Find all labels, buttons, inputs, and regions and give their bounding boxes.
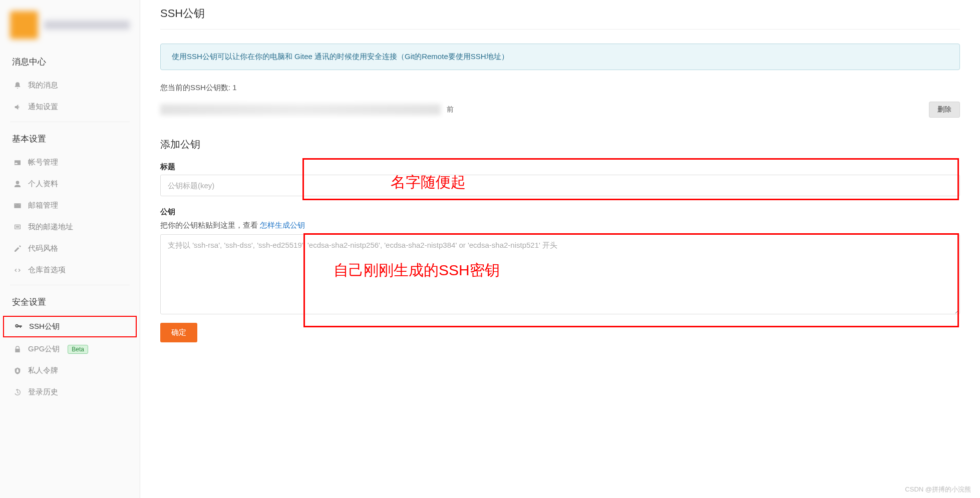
key-count-value: 1 <box>232 83 236 92</box>
page-title: SSH公钥 <box>160 4 960 30</box>
sidebar-item-my-messages[interactable]: 我的消息 <box>0 75 140 96</box>
bell-icon <box>13 82 22 90</box>
sidebar: 消息中心 我的消息 通知设置 基本设置 帐号管理 个人资料 邮箱管理 <box>0 0 140 498</box>
main-content: SSH公钥 使用SSH公钥可以让你在你的电脑和 Gitee 通讯的时候使用安全连… <box>140 0 980 498</box>
sidebar-item-code-style[interactable]: 代码风格 <box>0 238 140 259</box>
pubkey-field-label: 公钥 <box>160 207 960 217</box>
sidebar-item-label: 私人令牌 <box>28 366 58 375</box>
sidebar-item-label: 代码风格 <box>28 244 58 253</box>
sidebar-item-label: 个人资料 <box>28 179 58 189</box>
sidebar-item-profile[interactable]: 个人资料 <box>0 173 140 195</box>
pubkey-hint-link[interactable]: 怎样生成公钥 <box>260 221 305 229</box>
history-icon <box>13 388 22 396</box>
pubkey-hint-prefix: 把你的公钥粘贴到这里，查看 <box>160 221 260 229</box>
avatar <box>10 11 38 39</box>
sidebar-item-label: 帐号管理 <box>28 158 58 167</box>
sidebar-item-email-mgmt[interactable]: 邮箱管理 <box>0 195 140 216</box>
pencil-icon <box>13 245 22 253</box>
pubkey-textarea[interactable] <box>160 234 960 314</box>
watermark: CSDN @拼搏的小浣熊 <box>905 485 971 494</box>
code-icon <box>13 266 22 274</box>
sidebar-item-label: 我的消息 <box>28 81 58 90</box>
user-icon <box>13 180 22 188</box>
sidebar-heading-security-settings: 安全设置 <box>0 289 140 315</box>
sidebar-item-label: GPG公钥 <box>28 344 60 354</box>
sidebar-item-label: SSH公钥 <box>29 322 60 331</box>
sidebar-item-label: 我的邮递地址 <box>28 222 73 232</box>
sidebar-item-gpg-keys[interactable]: GPG公钥 Beta <box>0 338 140 360</box>
existing-key-row: 前 删除 <box>160 102 960 118</box>
key-time-suffix: 前 <box>447 105 454 114</box>
sidebar-item-ssh-keys[interactable]: SSH公钥 <box>4 317 136 336</box>
key-title-input[interactable] <box>160 175 960 196</box>
confirm-button[interactable]: 确定 <box>160 323 197 342</box>
sidebar-item-label: 登录历史 <box>28 387 58 397</box>
id-card-icon <box>13 159 22 167</box>
lock-icon <box>13 345 22 353</box>
username-blur <box>44 21 130 30</box>
key-count-line: 您当前的SSH公钥数: 1 <box>160 83 960 93</box>
profile-section <box>0 4 140 49</box>
active-highlight-box: SSH公钥 <box>3 316 137 337</box>
envelope-icon <box>13 202 22 210</box>
divider <box>10 122 130 122</box>
key-icon <box>14 323 23 331</box>
sidebar-item-label: 通知设置 <box>28 102 58 112</box>
title-field-label: 标题 <box>160 162 960 172</box>
sidebar-item-personal-tokens[interactable]: 私人令牌 <box>0 360 140 381</box>
sidebar-heading-basic-settings: 基本设置 <box>0 126 140 152</box>
sidebar-item-label: 邮箱管理 <box>28 201 58 210</box>
key-count-prefix: 您当前的SSH公钥数: <box>160 83 232 92</box>
sidebar-item-mail-address[interactable]: 我的邮递地址 <box>0 216 140 238</box>
sidebar-item-account-mgmt[interactable]: 帐号管理 <box>0 152 140 173</box>
delete-key-button[interactable]: 删除 <box>929 102 960 118</box>
add-key-heading: 添加公钥 <box>160 138 960 151</box>
info-banner: 使用SSH公钥可以让你在你的电脑和 Gitee 通讯的时候使用安全连接（Git的… <box>160 44 960 70</box>
pubkey-hint: 把你的公钥粘贴到这里，查看 怎样生成公钥 <box>160 221 960 230</box>
divider <box>10 285 130 285</box>
sidebar-item-label: 仓库首选项 <box>28 265 66 275</box>
beta-badge: Beta <box>68 345 88 354</box>
sidebar-heading-message-center: 消息中心 <box>0 49 140 75</box>
key-fingerprint-blur <box>160 104 441 115</box>
volume-icon <box>13 103 22 111</box>
address-icon <box>13 223 22 231</box>
token-icon <box>13 367 22 375</box>
sidebar-item-login-history[interactable]: 登录历史 <box>0 381 140 403</box>
sidebar-item-repo-prefs[interactable]: 仓库首选项 <box>0 259 140 281</box>
sidebar-item-notify-settings[interactable]: 通知设置 <box>0 96 140 118</box>
